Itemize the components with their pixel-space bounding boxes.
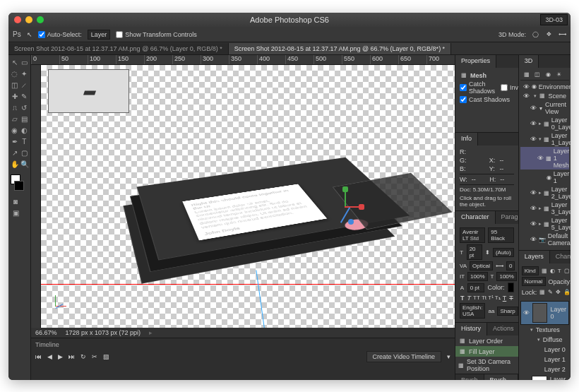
bg-color-swatch[interactable] [14,181,24,191]
z-axis-handle[interactable] [348,219,354,225]
y-axis-handle[interactable] [342,186,348,192]
timeline-cut-icon[interactable]: ✂ [92,353,97,360]
heal-tool-icon[interactable]: ✚ [11,91,19,101]
layer-row[interactable]: 👁Layer 0 [520,301,569,325]
tracking-input[interactable]: 0 [506,261,515,271]
tree-item-camera[interactable]: 👁📷Default Camera [520,232,569,247]
history-tab[interactable]: History [455,323,487,335]
layer-name[interactable]: Textures [536,326,560,333]
brush-tab[interactable]: Brush [455,374,484,380]
kerning-select[interactable]: Optical [470,261,493,271]
tree-item-environment[interactable]: 👁◉Environment [520,82,569,91]
zoom-tool-icon[interactable]: 🔍 [20,159,29,169]
timeline-prev-icon[interactable]: ◀ [47,353,52,360]
filter-light-icon[interactable]: ☀ [555,71,563,78]
gradient-tool-icon[interactable]: ▤ [20,114,29,124]
wand-tool-icon[interactable]: ✦ [20,69,29,78]
leading-input[interactable]: (Auto) [493,248,514,257]
strike-icon[interactable]: T [508,294,514,302]
tree-item-current-view[interactable]: 👁▾Current View [520,100,569,116]
document-tab[interactable]: Screen Shot 2012-08-15 at 12.37.17 AM.pn… [229,43,451,54]
layer-row[interactable]: ▾Textures [520,325,569,335]
lock-all-icon[interactable]: 🔒 [563,288,571,296]
pan-icon[interactable]: ✥ [545,30,553,38]
layer-name[interactable]: Layer 0 [544,346,566,353]
document-tab[interactable]: Screen Shot 2012-08-15 at 12.37.17 AM.pn… [8,43,229,54]
smallcaps-icon[interactable]: Tt [482,294,487,302]
timeline-loop-icon[interactable]: ↻ [80,353,86,360]
layer-thumbnail[interactable] [532,376,547,380]
baseline-input[interactable]: 0 pt [467,283,485,292]
orbit-icon[interactable]: ◯ [532,30,539,38]
caps-icon[interactable]: TT [473,294,480,302]
shape-tool-icon[interactable]: ▢ [20,148,29,158]
hscale-input[interactable]: 100% [496,272,516,281]
zoom-level[interactable]: 66.67% [35,329,57,336]
brush-tool-icon[interactable]: ✎ [20,91,29,101]
subscript-icon[interactable]: T₁ [495,294,501,302]
filter-mesh-icon[interactable]: ◫ [534,71,542,78]
layer-kind-filter[interactable]: Kind [522,266,539,275]
layer-name[interactable]: Layer 1 [544,356,566,363]
layer-row[interactable]: ▾Diffuse [520,335,569,345]
quickmask-icon[interactable]: ◙ [11,196,20,206]
tree-item-layer[interactable]: 👁▸▦Layer 0_Layer [520,116,569,131]
layer-row[interactable]: Layer 2 [520,364,569,374]
character-tab[interactable]: Character [455,211,496,224]
filter-all-icon[interactable]: ▦ [523,71,531,78]
filter-pixel-icon[interactable]: ▦ [542,267,547,275]
visibility-toggle[interactable]: 👁 [523,309,530,316]
path-tool-icon[interactable]: ↗ [11,148,19,158]
channels-tab[interactable]: Channels [550,251,571,263]
marquee-tool-icon[interactable]: ▭ [20,57,29,67]
tree-item-scene[interactable]: 👁▾▦Scene [520,91,569,100]
auto-select-target-select[interactable]: Layer [88,30,111,40]
move-tool-icon[interactable]: ↖ [11,57,19,67]
3d-scene[interactable]: Right this should come together in the U… [126,136,394,291]
brush-presets-tab[interactable]: Brush Presets [484,374,518,380]
tree-item-layer[interactable]: 👁▾▦Layer 1_Layer [520,131,569,147]
filter-material-icon[interactable]: ◉ [544,71,552,78]
font-weight-select[interactable]: 95 Black [488,227,513,243]
3d-tab[interactable]: 3D [519,55,539,68]
catch-shadows-checkbox[interactable]: Catch Shadows [460,81,495,95]
hand-tool-icon[interactable]: ✋ [11,159,19,169]
chevron-down-icon[interactable]: ▾ [447,353,450,360]
workspace-button[interactable]: 3D-03 [540,14,568,25]
language-select[interactable]: English: USA [460,303,485,319]
eraser-tool-icon[interactable]: ▱ [11,114,19,124]
canvas[interactable]: Right this should come together in the U… [41,65,455,328]
actions-tab[interactable]: Actions [487,323,518,335]
type-tool-icon[interactable]: T [20,136,29,146]
blur-tool-icon[interactable]: ◉ [11,125,19,135]
x-axis-handle[interactable] [359,204,364,210]
history-item[interactable]: ▦Fill Layer [455,346,518,357]
tree-item-material[interactable]: ◉Layer 1 [520,170,569,185]
layer-name[interactable]: Diffuse [543,336,563,343]
show-transform-checkbox[interactable]: Show Transform Controls [116,31,197,38]
layer-row[interactable]: 👁Layer 3 [520,374,569,380]
font-family-select[interactable]: Avenir LT Std [460,227,485,243]
pen-tool-icon[interactable]: ✒ [11,136,19,146]
slide-icon[interactable]: ⟷ [559,30,566,38]
eyedropper-tool-icon[interactable]: ⟋ [20,80,29,90]
info-tab[interactable]: Info [455,133,478,145]
layer-name[interactable]: Layer 2 [544,366,566,373]
tree-item-layer[interactable]: 👁▸▦Layer 5_Layer [520,216,569,232]
paragraph-tab[interactable]: Paragraph [496,211,518,224]
stamp-tool-icon[interactable]: ⎍ [11,102,19,112]
crop-tool-icon[interactable]: ◫ [11,80,19,90]
lock-pixels-icon[interactable]: ✎ [548,288,553,296]
properties-tab[interactable]: Properties [455,55,496,68]
filter-shape-icon[interactable]: ▢ [564,267,570,275]
history-item[interactable]: ▦Set 3D Camera Position [455,357,518,374]
blend-mode-select[interactable]: Normal [522,277,546,286]
filter-adj-icon[interactable]: ◐ [550,267,555,275]
bold-icon[interactable]: T [460,294,465,302]
layer-row[interactable]: Layer 0 [520,345,569,355]
tree-item-mesh[interactable]: 👁▦Layer 1 Mesh [520,147,569,170]
layer-row[interactable]: Layer 1 [520,355,569,364]
history-brush-icon[interactable]: ↺ [20,102,29,112]
italic-icon[interactable]: T [467,294,472,302]
layer-name[interactable]: Layer 0 [550,306,566,320]
